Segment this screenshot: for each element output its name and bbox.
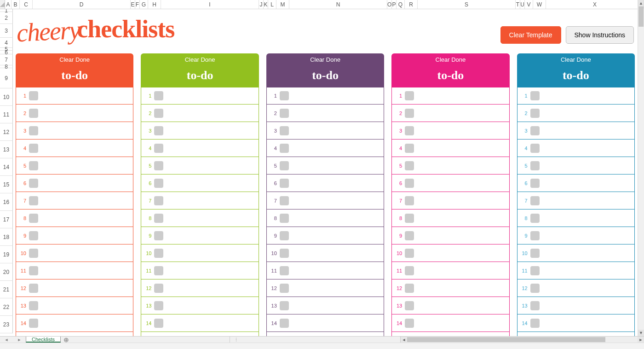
- checkbox[interactable]: [154, 231, 163, 240]
- checkbox[interactable]: [530, 161, 540, 170]
- checklist-item[interactable]: 13: [517, 297, 635, 314]
- checklist-item[interactable]: 7: [141, 192, 259, 209]
- row-header-13[interactable]: 13: [0, 141, 13, 158]
- checkbox[interactable]: [405, 179, 414, 188]
- checklist-item[interactable]: 6: [517, 174, 635, 192]
- checkbox[interactable]: [154, 301, 163, 310]
- checklist-item[interactable]: 3: [391, 122, 509, 140]
- column-header-U[interactable]: U: [520, 0, 525, 9]
- checklist-item[interactable]: 14: [391, 314, 509, 332]
- checkbox[interactable]: [280, 319, 289, 328]
- checkbox[interactable]: [530, 319, 540, 328]
- checklist-item[interactable]: 4: [517, 140, 635, 157]
- checkbox[interactable]: [29, 196, 38, 205]
- checklist-item[interactable]: 7: [391, 192, 509, 209]
- checklist-item[interactable]: 6: [16, 174, 133, 192]
- checkbox[interactable]: [154, 91, 163, 100]
- vertical-scrollbar-thumb[interactable]: [638, 6, 644, 27]
- checklist-item[interactable]: 7: [16, 192, 133, 209]
- checklist-item[interactable]: 15: [141, 332, 259, 336]
- checklist-item[interactable]: 11: [391, 262, 509, 279]
- checklist-item[interactable]: 3: [16, 122, 133, 140]
- checklist-item[interactable]: 5: [16, 157, 133, 174]
- checklist-item[interactable]: 4: [266, 140, 384, 157]
- checklist-item[interactable]: 1: [266, 87, 384, 105]
- checklist-item[interactable]: 2: [141, 105, 259, 122]
- checkbox[interactable]: [29, 214, 38, 223]
- checklist-item[interactable]: 5: [141, 157, 259, 174]
- checklist-item[interactable]: 1: [16, 87, 133, 105]
- checklist-item[interactable]: 12: [517, 279, 635, 297]
- checklist-item[interactable]: 11: [141, 262, 259, 279]
- checkbox[interactable]: [405, 266, 414, 275]
- checkbox[interactable]: [405, 214, 414, 223]
- checkbox[interactable]: [29, 266, 38, 275]
- row-header-14[interactable]: 14: [0, 158, 13, 176]
- checkbox[interactable]: [280, 284, 289, 293]
- checklist-item[interactable]: 9: [391, 227, 509, 244]
- checklist-item[interactable]: 13: [16, 297, 133, 314]
- checklist-item[interactable]: 6: [141, 174, 259, 192]
- vertical-scrollbar[interactable]: ▲ ▼: [638, 0, 644, 336]
- scroll-down-icon[interactable]: ▼: [638, 330, 644, 336]
- checkbox[interactable]: [154, 144, 163, 153]
- checklist-item[interactable]: 5: [266, 157, 384, 174]
- column-header-R[interactable]: R: [405, 0, 418, 9]
- tab-nav-next-icon[interactable]: ►: [13, 337, 26, 343]
- column-header-F[interactable]: F: [135, 0, 140, 9]
- checkbox[interactable]: [29, 231, 38, 240]
- tab-split[interactable]: ⋮: [230, 337, 242, 343]
- checklist-item[interactable]: 11: [517, 262, 635, 279]
- column-header-W[interactable]: W: [533, 0, 546, 9]
- checklist-item[interactable]: 10: [517, 244, 635, 262]
- column-header-K[interactable]: K: [264, 0, 268, 9]
- show-instructions-button[interactable]: Show Instructions: [566, 26, 634, 44]
- checkbox[interactable]: [154, 214, 163, 223]
- checklist-item[interactable]: 8: [391, 209, 509, 227]
- checkbox[interactable]: [154, 266, 163, 275]
- checkbox[interactable]: [530, 179, 540, 188]
- checklist-item[interactable]: 6: [391, 174, 509, 192]
- column-header-I[interactable]: I: [161, 0, 259, 9]
- row-header-21[interactable]: 21: [0, 281, 13, 298]
- checklist-item[interactable]: 11: [266, 262, 384, 279]
- checkbox[interactable]: [405, 91, 414, 100]
- checkbox[interactable]: [154, 179, 163, 188]
- column-header-G[interactable]: G: [140, 0, 148, 9]
- clear-done-button[interactable]: Clear Done: [141, 53, 259, 66]
- row-header-6[interactable]: 6: [0, 51, 13, 54]
- checklist-item[interactable]: 9: [141, 227, 259, 244]
- checklist-item[interactable]: 12: [391, 279, 509, 297]
- row-header-19[interactable]: 19: [0, 246, 13, 263]
- checkbox[interactable]: [29, 144, 38, 153]
- checkbox[interactable]: [29, 91, 38, 100]
- checklist-item[interactable]: 5: [391, 157, 509, 174]
- checkbox[interactable]: [280, 109, 289, 118]
- checkbox[interactable]: [405, 319, 414, 328]
- checkbox[interactable]: [530, 196, 540, 205]
- checkbox[interactable]: [154, 249, 163, 258]
- checklist-item[interactable]: 10: [391, 244, 509, 262]
- checkbox[interactable]: [280, 249, 289, 258]
- clear-template-button[interactable]: Clear Template: [500, 26, 561, 44]
- checklist-item[interactable]: 10: [16, 244, 133, 262]
- column-header-X[interactable]: X: [546, 0, 644, 9]
- checklist-item[interactable]: 2: [16, 105, 133, 122]
- checklist-item[interactable]: 2: [391, 105, 509, 122]
- checkbox[interactable]: [280, 126, 289, 135]
- column-header-P[interactable]: P: [392, 0, 397, 9]
- column-header-A[interactable]: A: [5, 0, 12, 9]
- column-header-B[interactable]: B: [12, 0, 20, 9]
- checklist-item[interactable]: 7: [266, 192, 384, 209]
- checkbox[interactable]: [530, 109, 540, 118]
- checkbox[interactable]: [405, 144, 414, 153]
- checkbox[interactable]: [29, 319, 38, 328]
- column-header-C[interactable]: C: [20, 0, 33, 9]
- column-header-S[interactable]: S: [418, 0, 516, 9]
- checkbox[interactable]: [530, 249, 540, 258]
- row-header-16[interactable]: 16: [0, 193, 13, 211]
- column-header-O[interactable]: O: [387, 0, 392, 9]
- checklist-item[interactable]: 10: [266, 244, 384, 262]
- checkbox[interactable]: [29, 179, 38, 188]
- checklist-item[interactable]: 7: [517, 192, 635, 209]
